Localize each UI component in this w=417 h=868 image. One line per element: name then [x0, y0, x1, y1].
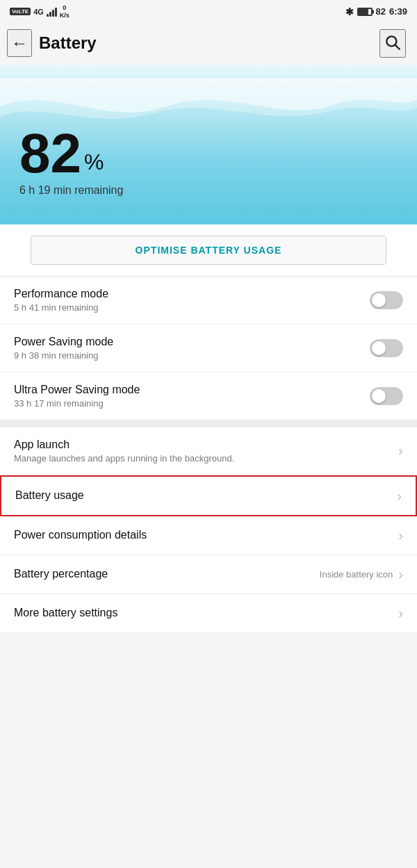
- search-icon: [384, 33, 402, 51]
- more-battery-info: More battery settings: [14, 607, 393, 619]
- power-saving-sub: 9 h 38 min remaining: [14, 350, 370, 361]
- settings-item-performance-mode[interactable]: Performance mode 5 h 41 min remaining: [0, 277, 417, 325]
- optimize-section: OPTIMISE BATTERY USAGE: [0, 224, 417, 277]
- app-launch-chevron-icon: ›: [398, 443, 403, 459]
- data-speed: 0 K/s: [60, 4, 70, 19]
- power-consumption-title: Power consumption details: [14, 529, 393, 541]
- performance-mode-toggle[interactable]: [370, 291, 403, 309]
- battery-gauge: 82 % 6 h 19 min remaining: [0, 65, 417, 224]
- battery-number: 82: [19, 126, 81, 181]
- power-saving-title: Power Saving mode: [14, 336, 370, 348]
- battery-usage-title: Battery usage: [15, 489, 391, 502]
- performance-mode-info: Performance mode 5 h 41 min remaining: [14, 288, 370, 313]
- settings-item-power-saving[interactable]: Power Saving mode 9 h 38 min remaining: [0, 325, 417, 372]
- settings-item-battery-usage[interactable]: Battery usage ›: [0, 475, 417, 516]
- signal-bars: [47, 7, 57, 17]
- battery-percentage-right: Inside battery icon: [320, 569, 393, 580]
- settings-item-ultra-power[interactable]: Ultra Power Saving mode 33 h 17 min rema…: [0, 372, 417, 420]
- battery-status-icon: [357, 8, 373, 16]
- time-display: 6:39: [389, 6, 407, 17]
- power-consumption-info: Power consumption details: [14, 529, 393, 541]
- battery-usage-info: Battery usage: [15, 489, 391, 502]
- settings-item-power-consumption[interactable]: Power consumption details ›: [0, 516, 417, 555]
- ultra-power-info: Ultra Power Saving mode 33 h 17 min rema…: [14, 384, 370, 409]
- svg-line-1: [395, 44, 400, 49]
- ultra-power-sub: 33 h 17 min remaining: [14, 398, 370, 409]
- power-saving-info: Power Saving mode 9 h 38 min remaining: [14, 336, 370, 361]
- app-launch-title: App launch: [14, 439, 393, 451]
- back-arrow-icon: ←: [11, 33, 28, 52]
- performance-mode-sub: 5 h 41 min remaining: [14, 302, 370, 313]
- battery-usage-chevron-icon: ›: [397, 488, 402, 504]
- network-type: 4G: [33, 8, 44, 16]
- percent-sign: %: [84, 151, 104, 173]
- search-button[interactable]: [379, 29, 406, 58]
- battery-percentage-title: Battery percentage: [14, 568, 320, 580]
- battery-time-remaining: 6 h 19 min remaining: [19, 184, 123, 197]
- battery-percentage-sub-label: Inside battery icon: [320, 569, 393, 580]
- more-battery-title: More battery settings: [14, 607, 393, 619]
- back-button[interactable]: ←: [7, 29, 32, 57]
- bluetooth-icon: ✱: [345, 6, 354, 17]
- top-nav: ← Battery: [0, 22, 417, 65]
- app-launch-sub: Manage launches and apps running in the …: [14, 453, 393, 464]
- battery-percentage-info: Battery percentage: [14, 568, 320, 580]
- status-left: VoLTE 4G 0 K/s: [10, 4, 70, 19]
- app-launch-info: App launch Manage launches and apps runn…: [14, 439, 393, 464]
- status-bar: VoLTE 4G 0 K/s ✱ 82 6:39: [0, 0, 417, 22]
- power-saving-toggle[interactable]: [370, 339, 403, 357]
- battery-info: 82 % 6 h 19 min remaining: [19, 126, 123, 197]
- toggle-settings-list: Performance mode 5 h 41 min remaining Po…: [0, 277, 417, 420]
- power-consumption-chevron-icon: ›: [398, 527, 403, 543]
- settings-item-app-launch[interactable]: App launch Manage launches and apps runn…: [0, 427, 417, 475]
- more-battery-chevron-icon: ›: [398, 605, 403, 621]
- nav-left: ← Battery: [7, 29, 97, 57]
- performance-mode-toggle-wrap: [370, 291, 403, 309]
- power-saving-toggle-wrap: [370, 339, 403, 357]
- battery-percentage-display: 82 %: [19, 126, 123, 181]
- ultra-power-toggle-wrap: [370, 387, 403, 405]
- settings-item-more-battery[interactable]: More battery settings ›: [0, 594, 417, 633]
- section-divider: [0, 420, 417, 427]
- battery-percentage-chevron-icon: ›: [398, 566, 403, 582]
- battery-percent-status: 82: [376, 6, 386, 17]
- status-right: ✱ 82 6:39: [345, 6, 408, 17]
- performance-mode-title: Performance mode: [14, 288, 370, 300]
- settings-item-battery-percentage[interactable]: Battery percentage Inside battery icon ›: [0, 555, 417, 594]
- ultra-power-toggle[interactable]: [370, 387, 403, 405]
- optimize-battery-button[interactable]: OPTIMISE BATTERY USAGE: [31, 236, 386, 265]
- nav-settings-list: App launch Manage launches and apps runn…: [0, 427, 417, 633]
- volte-indicator: VoLTE: [10, 8, 31, 15]
- page-title: Battery: [39, 33, 97, 53]
- ultra-power-title: Ultra Power Saving mode: [14, 384, 370, 396]
